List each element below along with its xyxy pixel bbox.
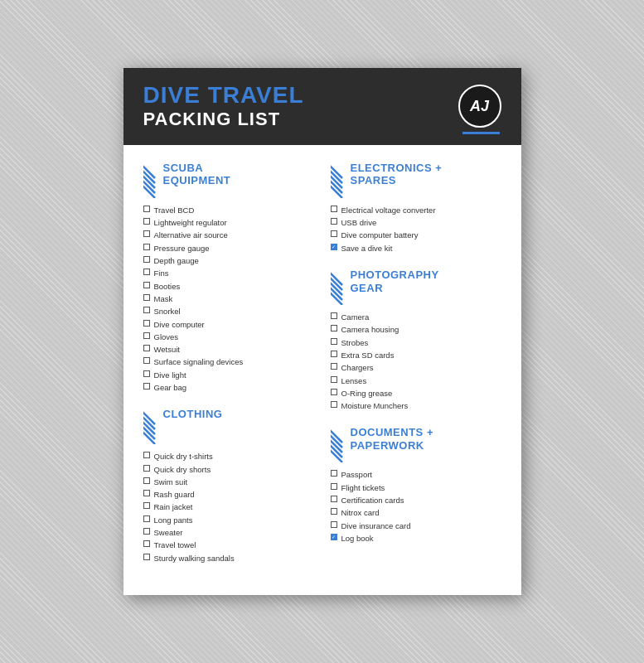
- checkbox[interactable]: [143, 294, 150, 301]
- list-item: Quick dry t-shirts: [143, 451, 314, 462]
- header-title: DIVE TRAVEL PACKING LIST: [143, 83, 304, 130]
- list-item: Fins: [143, 268, 314, 278]
- checkbox[interactable]: [331, 376, 337, 383]
- checkbox[interactable]: [143, 230, 150, 237]
- scuba-list: Travel BCD Lightweight regulator Alterna…: [143, 205, 314, 393]
- clothing-icon: [143, 408, 157, 444]
- checkbox[interactable]: [143, 502, 150, 509]
- checkbox[interactable]: [143, 345, 150, 351]
- list-item: Lightweight regulator: [143, 217, 314, 228]
- logo-text: AJ: [470, 98, 489, 115]
- list-item: Swim suit: [143, 477, 314, 487]
- list-item: Camera housing: [331, 324, 501, 335]
- checkbox[interactable]: [143, 307, 150, 313]
- electronics-icon: [331, 162, 344, 198]
- list-item: Moisture Munchers: [331, 400, 501, 411]
- section-electronics: ELECTRONICS +SPARES Electrical voltage c…: [331, 162, 501, 254]
- header-line2: PACKING LIST: [143, 109, 304, 130]
- list-item: Pressure gauge: [143, 243, 314, 254]
- checkbox[interactable]: [331, 389, 337, 395]
- list-item: Travel BCD: [143, 205, 314, 215]
- checkbox[interactable]: [331, 401, 337, 408]
- list-item: Save a dive kit: [331, 243, 501, 254]
- electronics-list: Electrical voltage converter USB drive D…: [331, 205, 501, 254]
- list-item: Gear bag: [143, 382, 314, 393]
- checkbox[interactable]: [143, 540, 150, 547]
- scuba-title: SCUBAEQUIPMENT: [163, 162, 231, 187]
- list-item: Passport: [331, 469, 501, 480]
- checkbox[interactable]: [143, 320, 150, 327]
- list-item: Long pants: [143, 515, 314, 525]
- list-item: Chargers: [331, 362, 501, 373]
- right-column: ELECTRONICS +SPARES Electrical voltage c…: [331, 162, 501, 578]
- checkbox[interactable]: [143, 357, 150, 364]
- checkbox[interactable]: [143, 244, 150, 250]
- checkbox[interactable]: [331, 206, 337, 212]
- documents-title: DOCUMENTS +PAPERWORK: [351, 426, 433, 452]
- checkbox[interactable]: [143, 332, 150, 339]
- list-item: Sweater: [143, 527, 314, 538]
- checkbox[interactable]: [143, 477, 150, 484]
- checkbox[interactable]: [143, 383, 150, 390]
- list-item: Mask: [143, 293, 314, 304]
- scuba-icon: [143, 162, 157, 198]
- list-item: Camera: [331, 312, 501, 322]
- list-item: Dive computer battery: [331, 230, 501, 240]
- documents-list: Passport Flight tickets Certification ca…: [331, 469, 501, 544]
- list-item: Booties: [143, 281, 314, 292]
- checkbox[interactable]: [143, 256, 150, 263]
- section-photography: PHOTOGRAPHYGEAR Camera Camera housing St…: [331, 269, 501, 411]
- list-item: Travel towel: [143, 540, 314, 550]
- page-container: DIVE TRAVEL PACKING LIST AJ: [123, 68, 521, 595]
- list-item: O-Ring grease: [331, 388, 501, 399]
- list-item: Flight tickets: [331, 482, 501, 493]
- list-item: Rain jacket: [143, 501, 314, 512]
- electronics-header: ELECTRONICS +SPARES: [331, 162, 501, 198]
- checkbox[interactable]: [331, 363, 337, 370]
- checkbox[interactable]: [331, 230, 337, 237]
- header: DIVE TRAVEL PACKING LIST AJ: [123, 68, 521, 145]
- checkbox[interactable]: [331, 325, 337, 332]
- scuba-header: SCUBAEQUIPMENT: [143, 162, 314, 198]
- clothing-list: Quick dry t-shirts Quick dry shorts Swim…: [143, 451, 314, 564]
- checkbox[interactable]: [143, 465, 150, 472]
- checkbox[interactable]: [331, 338, 337, 345]
- checkbox[interactable]: [331, 534, 337, 540]
- checkbox[interactable]: [143, 269, 150, 275]
- electronics-title: ELECTRONICS +SPARES: [351, 162, 443, 187]
- checkbox[interactable]: [331, 244, 337, 250]
- checkbox[interactable]: [331, 351, 337, 357]
- checkbox[interactable]: [143, 490, 150, 496]
- checkbox[interactable]: [331, 312, 337, 319]
- checkbox[interactable]: [143, 554, 150, 560]
- list-item: USB drive: [331, 217, 501, 228]
- documents-icon: [331, 426, 344, 462]
- list-item: Rash guard: [143, 489, 314, 500]
- list-item: Electrical voltage converter: [331, 205, 501, 215]
- clothing-header: CLOTHING: [143, 408, 314, 444]
- checkbox[interactable]: [331, 496, 337, 502]
- documents-header: DOCUMENTS +PAPERWORK: [331, 426, 501, 462]
- checkbox[interactable]: [143, 282, 150, 288]
- checkbox[interactable]: [143, 452, 150, 458]
- checkbox[interactable]: [143, 528, 150, 535]
- checkbox[interactable]: [143, 515, 150, 522]
- list-item: Quick dry shorts: [143, 464, 314, 475]
- checkbox[interactable]: [143, 206, 150, 212]
- checkbox[interactable]: [331, 483, 337, 490]
- list-item: Wetsuit: [143, 344, 314, 355]
- list-item: Alternative air source: [143, 230, 314, 240]
- checkbox[interactable]: [331, 470, 337, 477]
- list-item: Sturdy walking sandals: [143, 553, 314, 564]
- clothing-title: CLOTHING: [163, 408, 223, 421]
- checkbox[interactable]: [143, 370, 150, 377]
- list-item: Depth gauge: [143, 255, 314, 266]
- checkbox[interactable]: [331, 508, 337, 515]
- list-item: Gloves: [143, 332, 314, 342]
- checkbox[interactable]: [331, 218, 337, 225]
- list-item: Snorkel: [143, 306, 314, 317]
- checkbox[interactable]: [331, 521, 337, 528]
- content-grid: SCUBAEQUIPMENT Travel BCD Lightweight re…: [123, 145, 521, 595]
- checkbox[interactable]: [143, 218, 150, 225]
- photography-title: PHOTOGRAPHYGEAR: [351, 269, 439, 294]
